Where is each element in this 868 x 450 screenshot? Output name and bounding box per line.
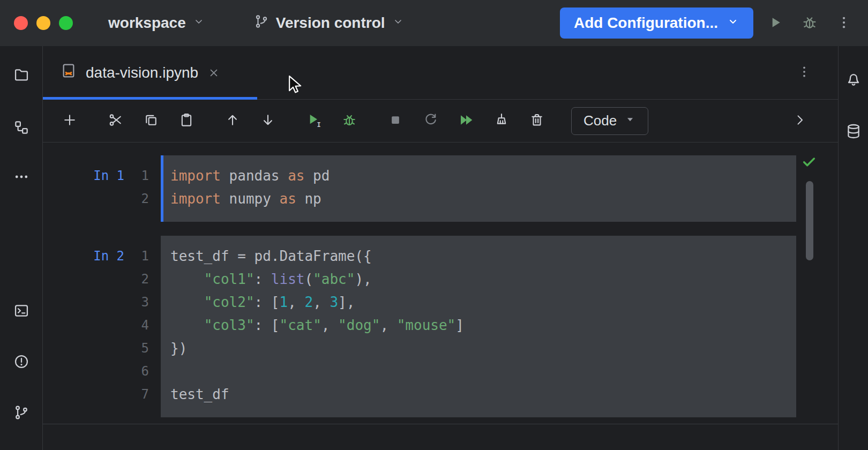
scrollbar-thumb[interactable]	[806, 181, 813, 260]
stop-kernel-button[interactable]	[383, 108, 408, 134]
paste-cell-button[interactable]	[174, 108, 199, 134]
close-window-button[interactable]	[14, 16, 28, 30]
titlebar: workspace Version control Add Configurat…	[0, 0, 868, 46]
code-line: })	[170, 337, 785, 360]
cell-line-numbers: 1234567	[124, 245, 149, 417]
right-toolwindow-rail	[838, 46, 868, 450]
problems-icon	[13, 353, 30, 372]
tab-data-vision-ipynb[interactable]: data-vision.ipynb	[57, 46, 224, 99]
project-name: workspace	[108, 14, 186, 32]
notebook-file-icon	[60, 62, 77, 83]
close-tab-icon[interactable]	[207, 66, 221, 80]
window-controls	[14, 16, 73, 30]
move-cell-up-button[interactable]	[220, 108, 245, 134]
scissors-icon	[108, 112, 124, 130]
restart-icon	[423, 112, 439, 130]
cell-gutter: In 21234567	[43, 236, 161, 417]
arrow-up-icon	[225, 112, 241, 130]
tab-options-button[interactable]	[792, 61, 817, 85]
kebab-menu-icon	[797, 64, 812, 81]
project-toolwindow-button[interactable]	[9, 63, 34, 88]
inspections-ok-check-icon[interactable]	[800, 153, 818, 172]
add-configuration-label: Add Configuration...	[574, 14, 718, 32]
code-line	[170, 360, 785, 383]
main-area: data-vision.ipynb	[0, 46, 868, 450]
editor-tab-bar: data-vision.ipynb	[43, 46, 838, 100]
code-line: import pandas as pd	[170, 164, 785, 188]
more-tool-windows-button[interactable]	[9, 165, 34, 190]
run-cell-icon: I	[305, 111, 323, 130]
more-actions-button[interactable]	[832, 11, 856, 35]
notebook-cell[interactable]: In 21234567test_df = pd.DataFrame({ "col…	[43, 236, 838, 417]
run-button[interactable]	[763, 11, 788, 35]
debug-button[interactable]	[797, 11, 822, 35]
run-all-icon	[458, 111, 475, 130]
notifications-button[interactable]	[841, 68, 866, 92]
tab-title: data-vision.ipynb	[86, 64, 198, 81]
run-icon	[767, 14, 784, 33]
debug-bug-icon	[341, 112, 357, 130]
copy-icon	[143, 112, 159, 130]
toolbar-overflow-button[interactable]	[788, 109, 812, 133]
git-branch-icon	[13, 404, 30, 423]
add-configuration-button[interactable]: Add Configuration...	[560, 8, 753, 39]
cell-execution-label: In 2	[43, 245, 124, 417]
version-control-toolwindow-button[interactable]	[9, 401, 34, 425]
delete-cell-button[interactable]	[524, 108, 550, 134]
bell-icon	[845, 71, 862, 89]
ide-window: workspace Version control Add Configurat…	[0, 0, 868, 450]
code-line: "col2": [1, 2, 3],	[170, 291, 785, 314]
run-all-button[interactable]	[453, 108, 479, 134]
debug-bug-icon	[801, 14, 818, 33]
cell-editor[interactable]: test_df = pd.DataFrame({ "col1": list("a…	[161, 236, 796, 417]
chevron-right-icon	[792, 112, 807, 129]
chevron-down-icon	[727, 14, 739, 32]
code-line: test_df	[170, 383, 785, 406]
debug-cell-button[interactable]	[336, 108, 362, 134]
cell-separator-line	[43, 424, 838, 424]
git-branch-icon	[253, 13, 270, 33]
minimize-window-button[interactable]	[36, 16, 50, 30]
chevron-down-icon	[192, 14, 205, 32]
notebook-editor[interactable]: In 112import pandas as pdimport numpy as…	[43, 142, 838, 450]
code-line: "col1": list("abc"),	[170, 268, 785, 291]
move-cell-down-button[interactable]	[255, 108, 281, 134]
left-toolwindow-rail	[0, 46, 43, 450]
version-control-label: Version control	[276, 14, 385, 32]
problems-toolwindow-button[interactable]	[9, 350, 34, 374]
notebook-cells: In 112import pandas as pdimport numpy as…	[43, 155, 838, 417]
chevron-down-icon	[392, 14, 405, 32]
arrow-down-icon	[260, 112, 276, 130]
trash-icon	[529, 112, 545, 130]
code-line: test_df = pd.DataFrame({	[170, 245, 785, 268]
notebook-cell[interactable]: In 112import pandas as pdimport numpy as…	[43, 155, 838, 222]
plus-icon	[62, 112, 78, 130]
stop-icon	[387, 112, 403, 130]
terminal-icon	[13, 302, 30, 321]
cell-execution-label: In 1	[43, 164, 124, 222]
add-cell-button[interactable]	[57, 108, 83, 134]
copy-cell-button[interactable]	[138, 108, 164, 134]
database-icon	[845, 123, 862, 141]
kebab-menu-icon	[836, 14, 852, 32]
clipboard-icon	[178, 112, 194, 130]
code-line: import numpy as np	[170, 188, 785, 211]
zoom-window-button[interactable]	[59, 16, 73, 30]
project-selector[interactable]: workspace	[102, 9, 212, 37]
cell-editor-selected[interactable]: import pandas as pdimport numpy as np	[161, 155, 796, 222]
terminal-toolwindow-button[interactable]	[9, 299, 34, 324]
restart-kernel-button[interactable]	[418, 108, 444, 134]
broom-icon	[493, 112, 510, 130]
more-dots-icon	[13, 168, 30, 187]
database-toolwindow-button[interactable]	[841, 119, 866, 144]
run-cell-button[interactable]: I	[301, 108, 327, 134]
cell-type-value: Code	[583, 112, 617, 129]
structure-toolwindow-button[interactable]	[9, 116, 34, 140]
cut-cell-button[interactable]	[103, 108, 129, 134]
clear-outputs-button[interactable]	[489, 108, 514, 134]
chevron-down-icon	[624, 112, 636, 129]
cell-line-numbers: 12	[124, 164, 149, 222]
version-control-menu[interactable]: Version control	[247, 8, 411, 39]
cell-type-select[interactable]: Code	[571, 107, 648, 135]
folder-icon	[13, 66, 30, 85]
